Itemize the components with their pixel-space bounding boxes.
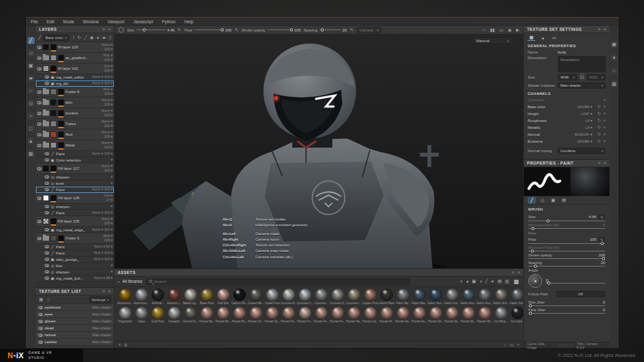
thumbnail-size-icon[interactable]: ▭ — [509, 343, 514, 348]
layer-row[interactable]: Fill layer 127Norm ▾100 ▾ — [36, 163, 114, 174]
texture-set-row[interactable]: glovesMain shader — [36, 318, 114, 325]
clone-tool-icon[interactable]: ◎ — [28, 100, 35, 107]
visibility-eye-icon[interactable] — [37, 197, 42, 200]
visibility-eye-icon[interactable] — [45, 228, 49, 231]
visibility-eye-icon[interactable] — [37, 237, 42, 240]
material-item[interactable]: Copper Pure — [362, 288, 379, 305]
material-item[interactable]: Fabric Sof... — [509, 288, 523, 305]
brush-size-slider[interactable]: Size 4.46 — [127, 28, 174, 32]
materials-filter-icon[interactable]: ◐ — [460, 279, 463, 284]
visibility-eye-icon[interactable] — [45, 158, 49, 162]
layer-row[interactable]: TubesNorm ▾100 ▾ — [36, 119, 114, 129]
visibility-eye-icon[interactable] — [45, 245, 49, 248]
material-preview-sphere[interactable] — [570, 167, 609, 196]
effect-row[interactable]: ▣mg_mask_buil...Norm ▾ 98 ▾ — [36, 275, 114, 282]
material-item[interactable]: Human No... — [411, 307, 428, 323]
channel-format[interactable]: L16F ▾ — [580, 111, 592, 116]
menu-item-viewport[interactable]: Viewport — [108, 19, 125, 24]
layer-row[interactable]: bordersNorm ▾100 ▾ — [36, 108, 114, 119]
channel-format[interactable]: L8 ▾ — [585, 125, 592, 129]
visibility-eye-icon[interactable] — [45, 175, 49, 178]
channel-format[interactable]: L8 ▾ — [585, 118, 592, 123]
size-jitter-slider[interactable]: Size Jitter0 — [528, 300, 605, 306]
effect-row[interactable]: ▣mg_dirtNorm ▾ 100 ▾ — [36, 80, 114, 87]
close-icon[interactable]: × — [604, 161, 606, 165]
effect-row[interactable]: ╱PaintNorm ▾ 100 ▾ — [36, 187, 114, 193]
history-icon[interactable]: ○ — [611, 67, 618, 74]
material-item[interactable]: Human Fo... — [330, 307, 346, 323]
visibility-eye-icon[interactable] — [38, 320, 43, 323]
brush-stroke-preview[interactable] — [524, 167, 570, 196]
material-item[interactable]: Human Sk... — [428, 307, 444, 323]
tsl-link-icon[interactable]: ▦ — [38, 297, 44, 302]
material-item[interactable]: Fabric Bas... — [411, 288, 428, 305]
effect-row[interactable]: ◎blur▾ — [36, 263, 114, 269]
effect-row[interactable]: ▣mg_mask_editorNorm ▾ 100 ▾ — [36, 74, 114, 80]
menu-item-file[interactable]: File — [31, 19, 38, 24]
paint-brush-tool-icon[interactable]: ╱ — [28, 37, 35, 44]
visibility-eye-icon[interactable] — [37, 133, 42, 136]
angle-slider[interactable]: 0 — [546, 278, 605, 283]
material-item[interactable]: Fabric Knit... — [444, 288, 460, 305]
blend-opacity[interactable]: Norm ▾100 ▾ — [91, 130, 113, 139]
blend-opacity[interactable]: Pthr ▾100 ▾ — [91, 87, 113, 96]
blend-opacity[interactable]: Mult ▾100 ▾ — [91, 234, 113, 243]
visibility-eye-icon[interactable] — [37, 144, 42, 147]
texture-set-row[interactable]: helmetMain shader — [36, 332, 114, 339]
remove-channel-icon[interactable]: × — [603, 132, 606, 136]
panel-menu-icon[interactable]: ≡ — [598, 161, 601, 165]
material-item[interactable]: Aluminium... — [133, 288, 150, 305]
blend-opacity[interactable]: Norm ▾100 ▾ — [91, 98, 113, 107]
material-item[interactable]: Autumn L... — [166, 288, 182, 305]
size-pressure-icon[interactable]: ✎ — [177, 28, 181, 33]
menu-item-edit[interactable]: Edit — [47, 19, 54, 24]
remove-channel-icon[interactable]: × — [603, 125, 606, 129]
visibility-eye-icon[interactable] — [38, 334, 43, 337]
visibility-eye-icon[interactable] — [45, 82, 49, 85]
visibility-eye-icon[interactable] — [45, 264, 49, 267]
add-smart-material-icon[interactable]: ↻ — [77, 35, 82, 40]
add-effect-icon[interactable]: / — [72, 35, 75, 40]
flag-icon[interactable]: ▶ — [516, 28, 519, 33]
flow-pressure-icon[interactable]: ✎ — [235, 28, 238, 33]
effect-row[interactable]: ▣ratio_grunge_Mult ▾ 100 ▾ — [36, 256, 114, 263]
description-field[interactable]: Description — [558, 56, 606, 72]
tsl-info-icon[interactable]: ○ — [47, 297, 50, 302]
library-filter-dropdown[interactable]: ▸All libraries — [118, 279, 142, 283]
remove-channel-icon[interactable]: × — [603, 139, 606, 143]
brush-flow-slider[interactable]: Flow 100 — [184, 28, 231, 32]
blend-opacity[interactable]: Norm ▾ 100 ▾ — [91, 228, 113, 232]
add-fill-layer-icon[interactable]: ◆ — [89, 35, 94, 40]
minimum-size-slider[interactable]: Minimum Size (%)5 — [528, 223, 605, 229]
blend-opacity[interactable]: Norm ▾100 ▾ — [91, 164, 113, 173]
material-item[interactable]: Fabric Rou... — [460, 288, 477, 305]
layer-row[interactable]: Folder 6Mult ▾100 ▾ — [36, 233, 114, 244]
layer-row[interactable]: RedNorm ▾100 ▾ — [36, 129, 114, 140]
material-item[interactable]: Iron Cast... — [509, 307, 523, 323]
textures-filter-icon[interactable]: ▤ — [497, 279, 502, 284]
visibility-eye-icon[interactable] — [45, 251, 49, 255]
remove-channel-icon[interactable]: × — [603, 111, 606, 116]
layer-row[interactable]: ao_gradient_curve0Pthr ▾100 ▾ — [36, 53, 114, 63]
size-dropdown-2[interactable]: 4096▾ — [587, 74, 606, 80]
blend-opacity[interactable]: Norm ▾ 100 ▾ — [91, 151, 113, 156]
texture-set-row[interactable]: eyebrowsMain shader — [36, 304, 114, 311]
material-item[interactable]: Fabric Soft... — [493, 288, 509, 305]
menu-item-python[interactable]: Python — [162, 19, 175, 24]
texture-set-row[interactable]: LashesMain shader — [36, 339, 114, 346]
blend-opacity[interactable]: ▾ — [91, 270, 113, 274]
blend-opacity[interactable]: Norm ▾100 ▾ — [91, 109, 113, 118]
texture-set-row[interactable]: HeadMain shader — [36, 325, 114, 332]
effect-row[interactable]: ◎sharpen▾ — [36, 269, 114, 275]
smart-materials-filter-icon[interactable]: ● — [466, 279, 469, 284]
close-icon[interactable]: × — [518, 270, 520, 275]
reset-channel-icon[interactable]: ↻ — [597, 118, 601, 123]
layer-row[interactable]: Folder 8Pthr ▾100 ▾ — [36, 87, 114, 97]
visibility-eye-icon[interactable] — [38, 306, 43, 309]
visibility-eye-icon[interactable] — [37, 123, 42, 126]
smudge-tool-icon[interactable]: ~ — [28, 87, 35, 94]
assets-search[interactable] — [146, 278, 410, 285]
visibility-eye-icon[interactable] — [38, 327, 43, 330]
blend-opacity[interactable]: Mult ▾ 100 ▾ — [91, 251, 113, 255]
smart-masks-filter-icon[interactable]: ▣ — [472, 279, 476, 284]
